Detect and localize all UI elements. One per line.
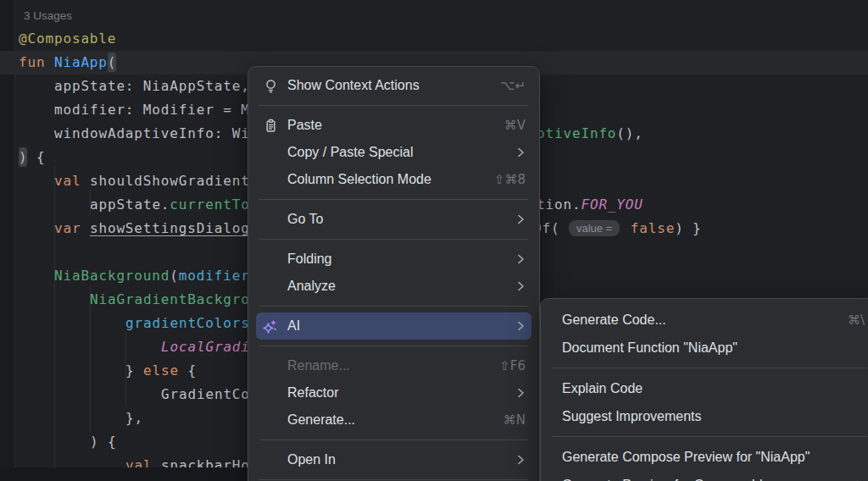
chevron-right-icon [517, 253, 525, 265]
code-token: ) [19, 149, 27, 165]
code-line[interactable]: gradientColors [125, 312, 250, 335]
menu-item-label: Generate Code... [562, 312, 666, 328]
menu-item-label: Generate Preview for Composable [562, 478, 770, 481]
code-token: ptiveInfo [537, 125, 616, 141]
chevron-right-icon [517, 320, 525, 332]
menu-separator [259, 440, 528, 440]
menu-shortcut: ⌘V [504, 118, 526, 133]
code-line[interactable]: LocalGradie [161, 335, 259, 359]
code-token: appState: NiaAppState, [54, 78, 250, 94]
menu-item-label: Rename... [287, 358, 350, 373]
code-line[interactable]: GradientCol [161, 383, 259, 406]
code-token: fun [19, 54, 54, 70]
code-line[interactable]: var showSettingsDialog [54, 217, 250, 240]
code-token: modifier [179, 268, 250, 284]
menu-item-label: Generate Compose Preview for "NiaApp" [562, 450, 810, 465]
menu-item-folding[interactable]: Folding [248, 246, 539, 273]
menu-item-generate-preview-for-composable[interactable]: Generate Preview for Composable [541, 471, 868, 481]
code-line[interactable]: appState.currentTop [90, 193, 259, 217]
code-line[interactable]: 3 Usages [24, 3, 72, 27]
menu-item-generate[interactable]: Generate...⌘N [248, 406, 539, 434]
menu-separator [259, 346, 528, 346]
code-token: NiaGradientBackgrou [90, 291, 259, 307]
code-token: ) { [90, 434, 116, 450]
menu-separator [552, 436, 867, 437]
code-line[interactable]: NiaBackground(modifier [54, 264, 250, 288]
menu-separator [259, 306, 528, 307]
code-line[interactable]: NiaGradientBackgrou [90, 288, 259, 312]
editor-context-menu: Show Context Actions⌥↵Paste⌘VCopy / Past… [248, 66, 540, 481]
code-token: } [125, 362, 143, 379]
code-token: @Composable [19, 30, 116, 47]
code-token: currentTop [170, 196, 259, 213]
code-token: tion. [537, 196, 581, 213]
code-token: gradientColors [125, 315, 250, 331]
code-line[interactable]: ) { [90, 430, 116, 454]
code-token: ) } [675, 220, 701, 236]
chevron-right-icon [517, 454, 525, 466]
code-token: LocalGradie [161, 339, 259, 355]
menu-item-generate-compose-preview-for-niaapp[interactable]: Generate Compose Preview for "NiaApp" [541, 443, 868, 471]
code-token: var [54, 220, 90, 236]
menu-item-suggest-improvements[interactable]: Suggest Improvements [541, 402, 868, 430]
menu-item-analyze[interactable]: Analyze [248, 273, 539, 300]
code-line[interactable]: fun NiaApp( [19, 51, 116, 75]
menu-item-document-function-niaapp[interactable]: Document Function "NiaApp" [541, 334, 868, 362]
code-line[interactable]: } else { [125, 359, 197, 383]
code-line[interactable]: ptiveInfo(), [537, 122, 643, 146]
menu-item-label: AI [287, 318, 300, 334]
chevron-right-icon [517, 213, 525, 225]
menu-item-explain-code[interactable]: Explain Code [541, 374, 868, 402]
menu-separator [552, 368, 867, 368]
code-token [621, 220, 630, 236]
menu-item-rename: Rename...⇧F6 [248, 352, 539, 379]
code-line[interactable]: val shouldShowGradientB [54, 169, 259, 193]
ai-sparkles-icon [263, 318, 278, 334]
chevron-right-icon [517, 280, 525, 292]
menu-item-refactor[interactable]: Refactor [248, 379, 539, 406]
code-line[interactable]: modifier: Modifier = Mo [54, 98, 259, 122]
code-token: 3 Usages [24, 9, 72, 22]
menu-shortcut: ⇧⌘8 [494, 172, 526, 187]
menu-separator [259, 479, 528, 480]
code-token: modifier: Modifier = Mo [54, 102, 259, 118]
code-token: false [631, 220, 675, 236]
menu-item-generate-code[interactable]: Generate Code...⌘\ [541, 306, 868, 334]
menu-item-paste[interactable]: Paste⌘V [248, 112, 539, 139]
code-token: shouldShowGradientB [90, 173, 259, 189]
code-token: windowAdaptiveInfo: Win [54, 125, 259, 141]
chevron-right-icon [517, 387, 525, 399]
code-line[interactable]: Of( value = false) } [533, 217, 702, 240]
clipboard-icon [263, 118, 278, 133]
menu-item-ai[interactable]: AI [256, 312, 531, 340]
chevron-right-icon [517, 147, 525, 158]
menu-item-show-context-actions[interactable]: Show Context Actions⌥↵ [248, 72, 539, 99]
menu-item-column-selection-mode[interactable]: Column Selection Mode⇧⌘8 [248, 166, 539, 193]
code-token: val [54, 173, 90, 189]
ide-editor-screen: 3 Usages@Composablefun NiaApp(appState: … [0, 0, 868, 481]
code-token: else [143, 362, 179, 379]
menu-shortcut: ⇧F6 [499, 358, 526, 373]
code-line[interactable]: }, [125, 406, 143, 430]
menu-item-go-to[interactable]: Go To [248, 206, 539, 233]
code-line[interactable]: windowAdaptiveInfo: Win [54, 122, 259, 146]
menu-separator [259, 199, 528, 200]
menu-item-label: Copy / Paste Special [287, 145, 414, 160]
ai-submenu: Generate Code...⌘\Document Function "Nia… [540, 298, 868, 481]
menu-item-open-in[interactable]: Open In [248, 446, 539, 473]
menu-item-label: Open In [287, 452, 336, 467]
code-line[interactable]: tion.FOR_YOU [537, 193, 643, 217]
inlay-hint-chip: value = [569, 220, 620, 236]
code-line[interactable]: appState: NiaAppState, [54, 75, 250, 98]
code-line[interactable]: ) { [19, 146, 45, 169]
code-token: NiaApp [54, 54, 108, 70]
code-token: GradientCol [161, 386, 259, 402]
code-token: FOR_YOU [581, 196, 643, 213]
menu-item-copy-paste-special[interactable]: Copy / Paste Special [248, 139, 539, 166]
menu-item-label: Generate... [287, 412, 355, 428]
code-line[interactable]: @Composable [19, 27, 116, 51]
lightbulb-icon [263, 78, 278, 93]
menu-separator [259, 105, 528, 106]
code-token: appState. [90, 196, 170, 213]
menu-item-label: Paste [287, 118, 322, 133]
